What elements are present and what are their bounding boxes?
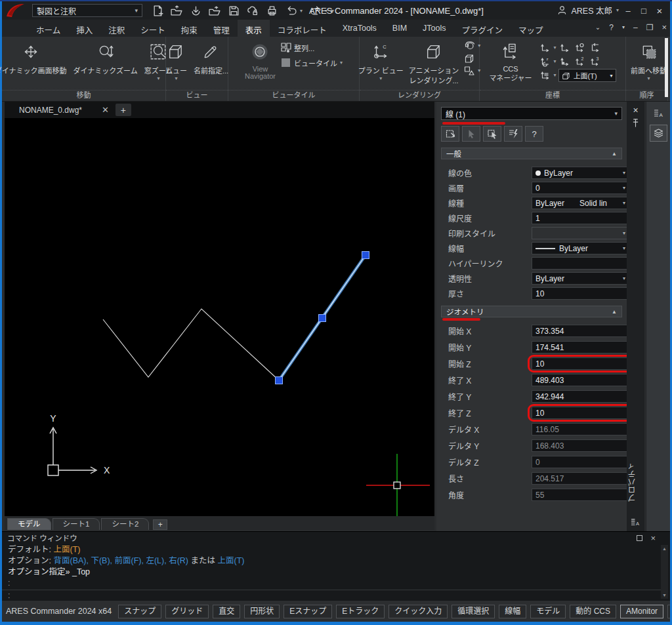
toggle-ortho[interactable]: 直交 xyxy=(213,605,240,618)
grip-start[interactable] xyxy=(276,377,283,384)
grip-end[interactable] xyxy=(362,252,369,259)
toggle-esnap[interactable]: Eスナップ xyxy=(284,605,332,618)
toggle-etrack[interactable]: Eトラック xyxy=(336,605,385,618)
render-shape-button[interactable]: ▾ xyxy=(464,66,480,76)
ccs-2point-button[interactable]: 2 xyxy=(574,55,587,68)
named-view-button[interactable]: 名前指定... xyxy=(194,40,228,75)
quick-select-button[interactable] xyxy=(504,126,522,142)
ccs-view-select[interactable]: 上面(T) ▾ xyxy=(558,69,616,82)
plan-view-button[interactable]: C プラン ビュー ▾ xyxy=(358,40,404,81)
chevron-down-icon[interactable]: ▾ xyxy=(554,73,556,77)
linescale-input[interactable]: 1 xyxy=(532,212,629,224)
thickness-input[interactable]: 10 xyxy=(532,287,629,300)
start-x-input[interactable]: 373.354 xyxy=(532,325,629,337)
linetype-select[interactable]: ByLayerSolid lin▾ xyxy=(532,197,629,209)
toggle-quickinput[interactable]: クイック入力 xyxy=(388,605,448,618)
section-general[interactable]: 一般 ▲ xyxy=(441,148,622,159)
properties-tab-icon[interactable]: A xyxy=(630,517,640,527)
layers-palette-tab[interactable] xyxy=(650,125,667,142)
option-link-top[interactable]: 上面(T) xyxy=(218,556,245,565)
tab-insert[interactable]: 挿入 xyxy=(68,20,100,37)
ribbon-collapse-icon[interactable]: ⌄ xyxy=(595,24,600,31)
help-button[interactable]: ? xyxy=(609,23,614,32)
transparency-select[interactable]: ByLayer▾ xyxy=(532,272,629,285)
line-color-select[interactable]: ByLayer▾ xyxy=(532,167,629,179)
tab-home[interactable]: ホーム xyxy=(28,20,68,37)
view-button[interactable]: ビュー ▾ xyxy=(165,40,187,81)
chevron-down-icon[interactable]: ▾ xyxy=(554,46,556,50)
help-dropdown-icon[interactable]: ▾ xyxy=(622,24,625,30)
scroll-up-icon[interactable]: ▲ xyxy=(662,546,667,551)
properties-help-button[interactable]: ? xyxy=(525,126,543,142)
toggle-grid[interactable]: グリッド xyxy=(165,605,209,618)
tab-sheet[interactable]: シート xyxy=(133,20,173,37)
user-account-menu[interactable]: ARES 太郎 ▾ xyxy=(557,4,619,16)
ccs-z-axis-button[interactable]: z xyxy=(539,55,552,68)
tab-manage[interactable]: 管理 xyxy=(205,20,238,37)
ccs-origin-button[interactable] xyxy=(558,55,572,68)
command-input[interactable]: : xyxy=(2,590,661,601)
doc-restore-button[interactable]: ❐ xyxy=(646,23,654,32)
pin-icon[interactable] xyxy=(631,118,640,128)
select-cursor-button[interactable] xyxy=(462,126,480,142)
annotation-scale-select[interactable]: 注釈 ▼ xyxy=(667,605,670,618)
select-entities-button[interactable] xyxy=(441,126,459,142)
tab-constrain[interactable]: 拘束 xyxy=(173,20,205,37)
zigzag-polyline[interactable] xyxy=(103,309,279,380)
ccs-axis-button[interactable] xyxy=(539,41,552,54)
tab-jtools[interactable]: JTools xyxy=(415,20,453,37)
toggle-model[interactable]: モデル xyxy=(530,605,566,618)
end-z-input[interactable]: 10 xyxy=(532,407,629,419)
select-window-button[interactable] xyxy=(483,126,501,142)
scroll-down-icon[interactable]: ▼ xyxy=(662,593,667,597)
close-palette-button[interactable]: × xyxy=(633,105,638,115)
entity-selector[interactable]: 線 (1) ▾ xyxy=(441,107,622,120)
dynamic-pan-button[interactable]: ダイナミック画面移動 xyxy=(0,40,66,75)
ccs-manager-button[interactable]: CCS マネージャー xyxy=(489,40,532,83)
sheet-tab-2[interactable]: シート2 xyxy=(101,518,149,530)
export-button[interactable] xyxy=(209,5,220,16)
maximize-button[interactable]: □ xyxy=(636,3,652,18)
new-file-button[interactable] xyxy=(152,5,163,16)
toggle-snap[interactable]: スナップ xyxy=(118,605,161,618)
toggle-polar[interactable]: 円形状 xyxy=(244,605,280,618)
ccs-3point-button[interactable]: 3 xyxy=(589,55,602,68)
option-links[interactable]: 背面(BA), 下(B), 前面(F), 左(L), 右(R) xyxy=(53,556,188,565)
toggle-cycleselect[interactable]: 循環選択 xyxy=(452,605,495,618)
tab-xtratools[interactable]: XtraTools xyxy=(335,20,385,37)
hyperlink-input[interactable] xyxy=(532,257,629,270)
dynamic-zoom-button[interactable]: ダイナミックズーム xyxy=(73,40,137,75)
toggle-amonitor[interactable]: AMonitor xyxy=(620,605,663,618)
animation-render-button[interactable]: アニメーション レンダリング... xyxy=(409,40,459,85)
command-scrollbar[interactable]: ▲ ▼ xyxy=(661,545,668,599)
chevron-down-icon[interactable]: ▾ xyxy=(554,60,556,64)
material-button[interactable] xyxy=(464,53,480,64)
ccs-view-button[interactable] xyxy=(539,70,552,82)
start-z-input[interactable]: 10 xyxy=(532,357,629,370)
doc-minimize-button[interactable]: – xyxy=(633,23,638,32)
end-y-input[interactable]: 342.944 xyxy=(532,390,629,403)
undo-button[interactable] xyxy=(285,5,297,16)
open-file-button[interactable] xyxy=(171,5,182,16)
sheet-tab-1[interactable]: シート1 xyxy=(52,518,100,530)
float-panel-icon[interactable] xyxy=(637,535,642,541)
doc-close-button[interactable]: × xyxy=(662,22,667,32)
drawing-canvas[interactable]: Y X xyxy=(5,118,434,516)
view-navigator-button[interactable]: View Navigator xyxy=(245,40,276,80)
section-geometry[interactable]: ジオメトリ ▲ xyxy=(441,306,622,317)
new-document-button[interactable]: + xyxy=(116,104,131,116)
close-icon[interactable]: × xyxy=(650,533,656,543)
grip-mid[interactable] xyxy=(319,315,326,322)
align-tiles-button[interactable]: 整列... xyxy=(281,43,343,53)
tab-bim[interactable]: BIM xyxy=(385,20,415,37)
ribbon-scrollbar[interactable] xyxy=(665,38,668,97)
undo-dropdown-icon[interactable]: ▾ xyxy=(300,8,303,14)
ccs-world-button[interactable] xyxy=(574,41,587,54)
tab-map[interactable]: マップ xyxy=(511,20,551,37)
cloud-save-button[interactable] xyxy=(247,5,259,16)
render-settings-button[interactable]: ▾ xyxy=(464,41,480,51)
tab-annotate[interactable]: 注釈 xyxy=(100,20,133,37)
layer-select[interactable]: 0▾ xyxy=(532,182,629,194)
toggle-dynamic-ccs[interactable]: 動的 CCS xyxy=(570,605,616,618)
workspace-select[interactable]: 製図と注釈 ▾ xyxy=(32,4,142,17)
